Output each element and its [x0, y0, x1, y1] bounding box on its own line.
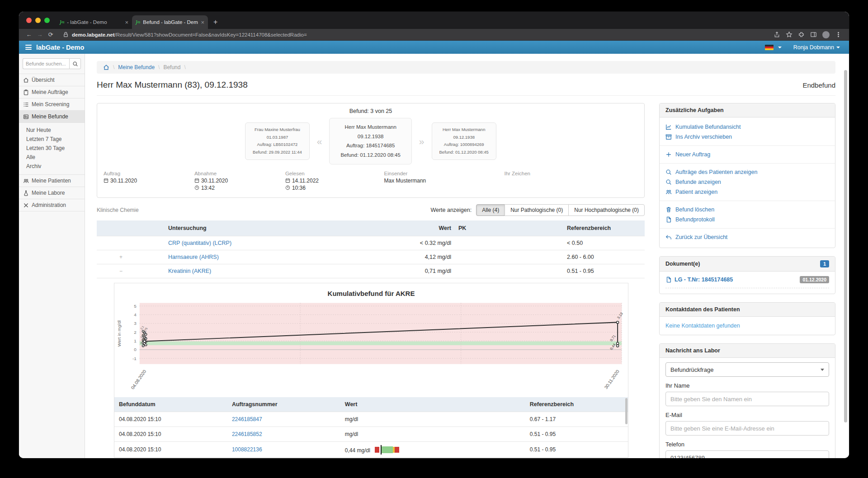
test-link-harnsaeure[interactable]: Harnsaeure (AHRS) — [168, 254, 219, 260]
results-table: Untersuchung Wert PK Referenzbereich CRP… — [97, 220, 645, 458]
sidebar-item-patienten[interactable]: Meine Patienten — [19, 174, 85, 187]
task-auftraege-anzeigen[interactable]: Aufträge des Patienten anzeigen — [665, 167, 829, 177]
email-field[interactable] — [665, 421, 829, 436]
expand-plus-icon[interactable]: + — [100, 254, 161, 260]
test-link-kreatinin[interactable]: Kreatinin (AKRE) — [168, 268, 211, 274]
order-link[interactable]: 1008822136 — [232, 446, 262, 453]
user-menu[interactable]: Ronja Dobmann — [793, 44, 840, 51]
prev-chevron-icon[interactable]: « — [317, 136, 322, 146]
task-kumulative-befundansicht[interactable]: Kumulative Befundansicht — [665, 122, 829, 132]
svg-text:3: 3 — [134, 321, 137, 326]
sidebar-item-screening[interactable]: Mein Screening — [19, 98, 85, 110]
sidebar-subitem-archiv[interactable]: Archiv — [19, 162, 85, 171]
collapse-minus-icon[interactable]: − — [100, 268, 161, 274]
befund-counter: Befund: 3 von 25 — [104, 108, 638, 114]
svg-text:5: 5 — [134, 304, 137, 309]
tab-close-icon[interactable]: × — [125, 19, 128, 26]
address-field[interactable]: demo.labgate.net/Result/View/581?showDoc… — [60, 31, 767, 38]
next-befund-card[interactable]: Herr Max Mustermann 09.12.1938 Auftrag: … — [432, 122, 496, 160]
prev-befund-card[interactable]: Frau Maxine Musterfrau 01.03.1987 Auftra… — [245, 122, 310, 160]
sidebar-subitem-7-tage[interactable]: Letzten 7 Tage — [19, 135, 85, 144]
tab-close-icon[interactable]: × — [201, 19, 204, 26]
tasks-panel: Zusätzliche Aufgaben Kumulative Befundan… — [659, 103, 835, 248]
cumulative-panel: Kumulativbefund für AKRE 543210-1Wert in… — [114, 283, 628, 458]
labgate-favicon: }≈ — [136, 19, 140, 25]
message-panel-title: Nachricht ans Labor — [660, 344, 835, 358]
value-marker — [381, 445, 382, 455]
sidebar-subitem-30-tage[interactable]: Letzten 30 Tage — [19, 144, 85, 153]
bookmark-star-icon[interactable] — [786, 31, 793, 38]
svg-text:0: 0 — [134, 347, 137, 352]
sidebar-subitem-nur-heute[interactable]: Nur Heute — [19, 126, 85, 135]
sidebar-item-uebersicht[interactable]: Übersicht — [19, 74, 85, 86]
breadcrumb-meine-befunde[interactable]: Meine Befunde — [118, 64, 155, 70]
task-befundprotokoll[interactable]: Befundprotokoll — [665, 215, 829, 225]
trash-icon — [665, 206, 672, 213]
filter-alle-button[interactable]: Alle (4) — [476, 204, 505, 216]
svg-text:2: 2 — [134, 329, 137, 334]
sidebar-item-befunde[interactable]: Meine Befunde — [19, 110, 85, 123]
close-window-button[interactable] — [26, 18, 32, 23]
side-panel-icon[interactable] — [810, 31, 817, 38]
order-link[interactable]: 2246185852 — [232, 431, 262, 437]
task-zurueck-uebersicht[interactable]: Zurück zur Übersicht — [665, 232, 829, 242]
app-title: labGate - Demo — [36, 44, 84, 51]
minimize-window-button[interactable] — [35, 18, 41, 23]
document-item[interactable]: LG - T.Nr: 1845174685 01.12.2020 — [665, 276, 829, 288]
url-domain: demo.labgate.net — [72, 32, 115, 37]
share-icon[interactable] — [774, 31, 780, 38]
meta-abnahme: Abnahme 30.11.2020 13:42 — [194, 171, 285, 192]
current-befund-card: Herr Max Mustermann 09.12.1938 Auftrag: … — [329, 118, 411, 164]
clock-icon — [194, 185, 199, 190]
befunde-filter-list: Nur Heute Letzten 7 Tage Letzten 30 Tage… — [19, 126, 85, 171]
back-button[interactable]: ← — [24, 31, 34, 38]
new-tab-button[interactable]: + — [208, 15, 223, 29]
document-link[interactable]: LG - T.Nr: 1845174685 — [675, 276, 733, 283]
svg-text:4: 4 — [134, 312, 137, 317]
message-type-select[interactable]: Befundrückfrage — [665, 362, 829, 377]
table-scrollbar[interactable] — [625, 398, 627, 424]
sidebar-item-auftraege[interactable]: Meine Aufträge — [19, 86, 85, 98]
phone-field[interactable] — [665, 450, 829, 458]
svg-text:04.08.2020: 04.08.2020 — [130, 369, 147, 390]
clock-icon — [285, 185, 290, 190]
browser-tab-1[interactable]: }≈ - labGate - Demo × — [56, 15, 132, 29]
reload-button[interactable]: ⟳ — [45, 31, 56, 38]
profile-avatar[interactable] — [822, 31, 830, 38]
history-row: 04.08.2020 15:10 1008822136 0,44 mg/dl 0… — [114, 441, 628, 457]
calendar-icon — [285, 178, 290, 183]
url-path: /Result/View/581?showDocument=False&navI… — [115, 32, 307, 37]
browser-tab-2-active[interactable]: }≈ Befund - labGate - Demo × — [132, 15, 208, 29]
forward-button[interactable]: → — [34, 31, 45, 38]
task-neuer-auftrag[interactable]: Neuer Auftrag — [665, 150, 829, 159]
filter-pathologische-button[interactable]: Nur Pathologische (0) — [505, 204, 569, 216]
chevron-down-icon — [836, 47, 840, 48]
table-row-kreatinin: − Kreatinin (AKRE) 0,71 mg/dl 0.51 - 0.9… — [97, 264, 645, 278]
cumulative-chart: 543210-1Wert in mg/dl04.08.202030.11.202… — [114, 298, 628, 394]
sidebar-item-labore[interactable]: Meine Labore — [19, 187, 85, 199]
menu-kebab-icon[interactable] — [835, 31, 842, 38]
task-patient-anzeigen[interactable]: Patient anzeigen — [665, 187, 829, 197]
search-input[interactable] — [23, 58, 69, 69]
test-link-crp[interactable]: CRP (quantitativ) (LCRP) — [168, 240, 231, 246]
order-link[interactable]: 2246185847 — [232, 416, 262, 422]
users-icon — [665, 189, 672, 195]
filter-hochpathologische-button[interactable]: Nur Hochpathologische (0) — [568, 204, 645, 216]
status-endbefund: Endbefund — [802, 81, 835, 89]
name-label: Ihr Name — [665, 382, 829, 389]
extensions-icon[interactable] — [798, 31, 805, 38]
sidebar-item-administration[interactable]: Administration — [19, 199, 85, 211]
page-scrollbar[interactable] — [844, 70, 847, 422]
hamburger-menu-icon[interactable] — [25, 44, 32, 51]
language-selector[interactable] — [765, 45, 782, 50]
task-befund-loeschen[interactable]: Befund löschen — [665, 205, 829, 215]
home-icon[interactable] — [103, 64, 109, 70]
document-count-badge: 1 — [820, 260, 829, 267]
task-befunde-anzeigen[interactable]: Befunde anzeigen — [665, 177, 829, 187]
sidebar-subitem-alle[interactable]: Alle — [19, 153, 85, 162]
name-field[interactable] — [665, 392, 829, 406]
search-button[interactable] — [69, 58, 81, 69]
task-ins-archiv[interactable]: Ins Archiv verschieben — [665, 132, 829, 142]
next-chevron-icon[interactable]: » — [419, 136, 425, 146]
maximize-window-button[interactable] — [44, 18, 50, 23]
